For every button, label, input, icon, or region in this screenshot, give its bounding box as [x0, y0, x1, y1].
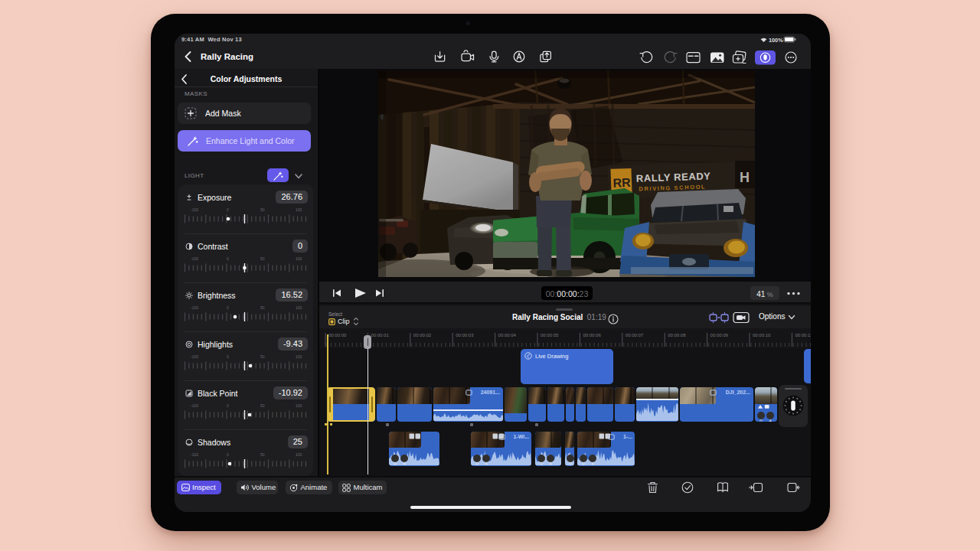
- svg-text:100%: 100%: [769, 37, 783, 43]
